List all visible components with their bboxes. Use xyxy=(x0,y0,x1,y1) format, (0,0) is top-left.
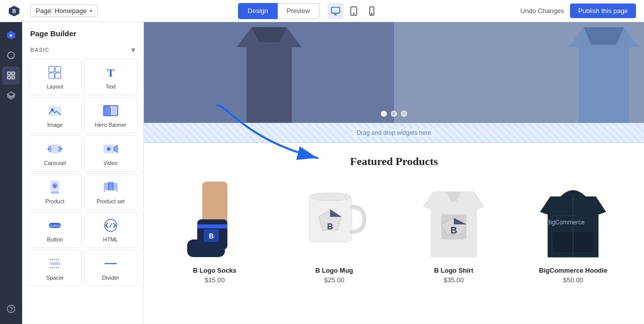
shirt-image: B xyxy=(419,182,489,260)
svg-rect-54 xyxy=(187,239,225,257)
mug-price: $25.00 xyxy=(324,276,344,284)
product-image-hoodie: BigCommerce xyxy=(519,180,628,261)
main-area: B Page Builder BASIC xyxy=(0,22,644,324)
canvas: Drag and drop widgets here Featured Prod… xyxy=(144,22,644,324)
svg-text:B: B xyxy=(327,222,333,231)
widget-divider[interactable]: Divider xyxy=(84,250,138,286)
divider-label: Divider xyxy=(102,275,119,281)
product-icon: B xyxy=(47,179,63,195)
drop-zone-text: Drag and drop widgets here xyxy=(353,128,435,137)
product-card-shirt: B B Logo Shirt $35.00 xyxy=(399,180,509,284)
hero-right-panel xyxy=(394,22,644,123)
icon-sidebar: B xyxy=(0,22,22,324)
product-image-mug: B xyxy=(280,180,389,261)
button-label: Button xyxy=(47,236,63,242)
basic-section-header: BASIC ▾ xyxy=(22,43,143,57)
widget-text[interactable]: T Text xyxy=(84,59,138,95)
widget-layout[interactable]: Layout xyxy=(28,59,82,95)
hero-background xyxy=(144,22,644,123)
text-label: Text xyxy=(106,84,116,90)
video-label: Video xyxy=(104,160,118,166)
design-mode-button[interactable]: Design xyxy=(238,3,277,19)
desktop-device-button[interactable] xyxy=(328,3,344,19)
sidebar-theme-item[interactable] xyxy=(2,46,20,64)
featured-title: Featured Products xyxy=(160,155,628,168)
layout-icon xyxy=(47,64,63,80)
svg-rect-20 xyxy=(55,73,61,78)
layers-icon xyxy=(7,91,16,100)
undo-button[interactable]: Undo Changes xyxy=(520,7,564,15)
hoodie-image: BigCommerce xyxy=(538,182,608,260)
product-set-icon xyxy=(103,179,119,195)
product-image-socks: B xyxy=(160,180,270,261)
svg-rect-39 xyxy=(112,183,117,190)
hero-dot-1[interactable] xyxy=(381,111,387,117)
section-toggle-icon[interactable]: ▾ xyxy=(131,46,135,54)
carousel-icon xyxy=(47,141,63,157)
svg-text:B: B xyxy=(450,225,457,235)
hero-dot-3[interactable] xyxy=(401,111,407,117)
product-set-label: Product set xyxy=(97,198,125,204)
sidebar-help-item[interactable] xyxy=(2,300,20,318)
video-icon xyxy=(103,141,119,157)
layout-label: Layout xyxy=(47,84,63,90)
mobile-icon xyxy=(367,6,377,16)
widget-video[interactable]: Video xyxy=(84,135,138,172)
hero-left-panel xyxy=(144,22,394,123)
hero-carousel-dots xyxy=(381,111,407,117)
widget-product-set[interactable]: Product set xyxy=(84,174,138,210)
shirt-price: $35.00 xyxy=(444,276,464,284)
hero-banner-section xyxy=(144,22,644,123)
svg-rect-12 xyxy=(8,76,10,79)
tablet-device-button[interactable] xyxy=(346,3,362,19)
widget-product[interactable]: B Product xyxy=(28,174,82,210)
featured-products-section: Featured Products xyxy=(144,143,644,296)
desktop-icon xyxy=(331,6,341,16)
topbar: B Page: Homepage ▾ Design Preview xyxy=(0,0,644,22)
publish-button[interactable]: Publish this page xyxy=(570,4,636,18)
svg-text:B: B xyxy=(10,33,13,38)
divider-icon xyxy=(103,256,119,272)
chevron-down-icon: ▾ xyxy=(90,8,92,14)
socks-name: B Logo Socks xyxy=(193,267,236,274)
svg-rect-22 xyxy=(49,107,61,116)
widget-html[interactable]: HTML xyxy=(84,212,138,248)
html-icon xyxy=(103,217,119,233)
sidebar-widgets-item[interactable] xyxy=(2,66,20,85)
page-selector[interactable]: Page: Homepage ▾ xyxy=(30,5,98,17)
mug-name: B Logo Mug xyxy=(315,267,353,274)
widget-carousel[interactable]: Carousel xyxy=(28,135,82,172)
mug-image: B xyxy=(301,182,367,260)
svg-rect-55 xyxy=(197,224,227,228)
hero-dot-2[interactable] xyxy=(391,111,397,117)
widget-spacer[interactable]: Spacer xyxy=(28,250,82,286)
canvas-inner: Drag and drop widgets here Featured Prod… xyxy=(144,22,644,324)
svg-point-16 xyxy=(11,310,12,311)
svg-text:B: B xyxy=(209,232,214,240)
product-label: Product xyxy=(45,198,64,204)
svg-text:BigCommerce: BigCommerce xyxy=(546,219,585,226)
page-selector-label: Page: Homepage xyxy=(36,7,87,15)
svg-point-4 xyxy=(353,13,354,14)
sidebar-layers-item[interactable] xyxy=(2,87,20,105)
image-icon xyxy=(47,103,63,119)
svg-rect-2 xyxy=(332,7,340,13)
sidebar-logo-item[interactable]: B xyxy=(2,26,20,44)
svg-rect-19 xyxy=(49,73,54,78)
socks-image: B xyxy=(185,182,245,260)
mobile-device-button[interactable] xyxy=(364,3,380,19)
hoodie-price: $50.00 xyxy=(563,276,583,284)
page-builder-panel: Page Builder BASIC ▾ Layout T xyxy=(22,22,144,324)
hero-banner-label: Hero Banner xyxy=(95,122,126,128)
widget-image[interactable]: Image xyxy=(28,97,82,133)
widget-hero-banner[interactable]: Hero Banner xyxy=(84,97,138,133)
drop-zone[interactable]: Drag and drop widgets here xyxy=(144,123,644,143)
svg-rect-18 xyxy=(55,66,61,72)
dark-shirt-image xyxy=(221,27,317,123)
widget-button[interactable]: button Button xyxy=(28,212,82,248)
view-mode-buttons: Design Preview xyxy=(104,3,514,19)
svg-rect-11 xyxy=(12,72,15,74)
svg-point-6 xyxy=(371,13,372,14)
preview-mode-button[interactable]: Preview xyxy=(278,3,319,19)
html-label: HTML xyxy=(103,236,118,242)
